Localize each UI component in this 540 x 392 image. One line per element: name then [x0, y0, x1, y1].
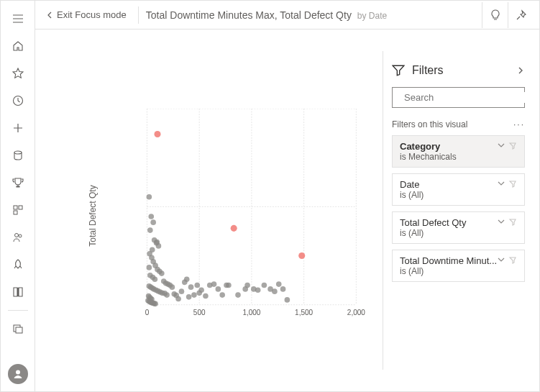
clear-filter-icon[interactable]: [508, 141, 517, 150]
data-point[interactable]: [285, 297, 290, 303]
avatar[interactable]: [8, 364, 28, 384]
data-point[interactable]: [147, 227, 153, 233]
filter-card[interactable]: Dateis (All): [392, 173, 525, 206]
filter-search-box[interactable]: [392, 87, 525, 108]
chevron-down-icon[interactable]: [497, 255, 505, 264]
data-point[interactable]: [203, 293, 209, 299]
svg-point-5: [14, 234, 18, 237]
data-icon[interactable]: [4, 142, 32, 169]
exit-focus-mode-button[interactable]: Exit Focus mode: [41, 6, 131, 23]
apps-icon[interactable]: [4, 196, 32, 224]
filters-header: Filters: [392, 64, 525, 77]
data-point[interactable]: [170, 284, 175, 290]
data-point[interactable]: [211, 281, 217, 287]
book-icon[interactable]: [4, 278, 32, 306]
filter-field-name: Total Downtime Minut...: [400, 255, 497, 266]
data-point[interactable]: [154, 240, 160, 245]
chevron-down-icon[interactable]: [497, 179, 505, 188]
data-point[interactable]: [152, 276, 158, 282]
chevron-right-icon[interactable]: [516, 66, 525, 75]
data-point[interactable]: [231, 225, 237, 232]
title-main: Total Downtime Minutes Max, Total Defect…: [146, 9, 352, 21]
y-axis-label: Total Defect Qty: [88, 185, 98, 246]
data-point[interactable]: [298, 252, 305, 259]
exit-focus-label: Exit Focus mode: [57, 9, 127, 20]
data-point[interactable]: [280, 286, 286, 292]
data-point[interactable]: [150, 219, 156, 225]
filters-section-label: Filters on this visual ···: [392, 119, 525, 129]
svg-rect-2: [14, 206, 17, 209]
svg-rect-7: [16, 327, 22, 333]
plus-icon[interactable]: [4, 114, 32, 142]
data-point[interactable]: [262, 283, 267, 288]
data-point[interactable]: [152, 301, 158, 307]
data-point[interactable]: [175, 296, 181, 302]
filter-field-name: Date: [400, 179, 497, 190]
lightbulb-icon[interactable]: [482, 2, 508, 28]
rocket-icon[interactable]: [4, 251, 32, 278]
data-point[interactable]: [147, 265, 152, 270]
svg-rect-4: [14, 211, 17, 214]
filter-search-input[interactable]: [404, 92, 525, 103]
hamburger-icon[interactable]: [4, 5, 32, 32]
left-rail: [1, 1, 35, 391]
data-point[interactable]: [147, 194, 152, 200]
filter-card[interactable]: Total Defect Qtyis (All): [392, 211, 525, 244]
data-point[interactable]: [164, 292, 170, 298]
chart-area: Total Defect Qty 0: [35, 29, 383, 391]
filter-field-value: is Mechanicals: [400, 152, 497, 162]
pin-icon[interactable]: [508, 2, 534, 28]
svg-text:1,000: 1,000: [242, 309, 260, 316]
clear-filter-icon[interactable]: [508, 179, 517, 188]
star-icon[interactable]: [4, 60, 32, 87]
header-separator: [138, 6, 139, 24]
svg-point-1: [14, 151, 22, 154]
filter-field-value: is (All): [400, 190, 497, 200]
scatter-plot[interactable]: 0 500 1,000 1,500 2,000 0.0M 0.5M 1.0M: [143, 109, 373, 324]
data-point[interactable]: [276, 281, 282, 287]
data-point[interactable]: [219, 292, 225, 298]
filter-field-value: is (All): [400, 266, 497, 276]
rail-separator: [8, 310, 28, 311]
more-options-icon[interactable]: ···: [513, 119, 525, 129]
data-point[interactable]: [179, 288, 185, 294]
data-point[interactable]: [255, 287, 261, 293]
workspace-icon[interactable]: [4, 315, 32, 342]
data-point[interactable]: [191, 292, 197, 298]
filters-panel: Filters Filters on this visual ··· Categ…: [383, 51, 534, 370]
data-point[interactable]: [148, 214, 154, 219]
data-point[interactable]: [235, 292, 241, 298]
data-point[interactable]: [216, 286, 221, 292]
svg-text:1,500: 1,500: [295, 309, 313, 316]
svg-rect-3: [19, 206, 22, 209]
data-point[interactable]: [159, 270, 165, 276]
filters-title: Filters: [412, 64, 444, 77]
data-point[interactable]: [184, 276, 190, 282]
data-point[interactable]: [198, 287, 204, 293]
home-icon[interactable]: [4, 32, 32, 60]
chart-grid: [147, 109, 356, 305]
data-point[interactable]: [186, 294, 192, 300]
chevron-down-icon[interactable]: [497, 217, 505, 226]
title-suffix: by Date: [357, 11, 387, 21]
x-axis-ticks: 0 500 1,000 1,500 2,000: [145, 309, 366, 316]
data-point[interactable]: [188, 284, 194, 290]
svg-text:500: 500: [193, 309, 206, 316]
data-point[interactable]: [194, 283, 200, 288]
header-bar: Exit Focus mode Total Downtime Minutes M…: [35, 1, 539, 29]
svg-text:0: 0: [145, 309, 150, 316]
filter-card[interactable]: Total Downtime Minut...is (All): [392, 250, 525, 282]
data-point[interactable]: [226, 283, 232, 288]
filter-card[interactable]: Categoryis Mechanicals: [392, 135, 525, 168]
data-point[interactable]: [154, 131, 160, 137]
clear-filter-icon[interactable]: [508, 217, 517, 226]
data-point[interactable]: [244, 283, 250, 288]
svg-point-8: [16, 370, 20, 375]
trophy-icon[interactable]: [4, 169, 32, 196]
clock-icon[interactable]: [4, 87, 32, 114]
data-point[interactable]: [272, 288, 278, 294]
people-icon[interactable]: [4, 224, 32, 251]
clear-filter-icon[interactable]: [508, 255, 517, 264]
chevron-down-icon[interactable]: [497, 141, 505, 150]
page-title: Total Downtime Minutes Max, Total Defect…: [146, 9, 387, 21]
